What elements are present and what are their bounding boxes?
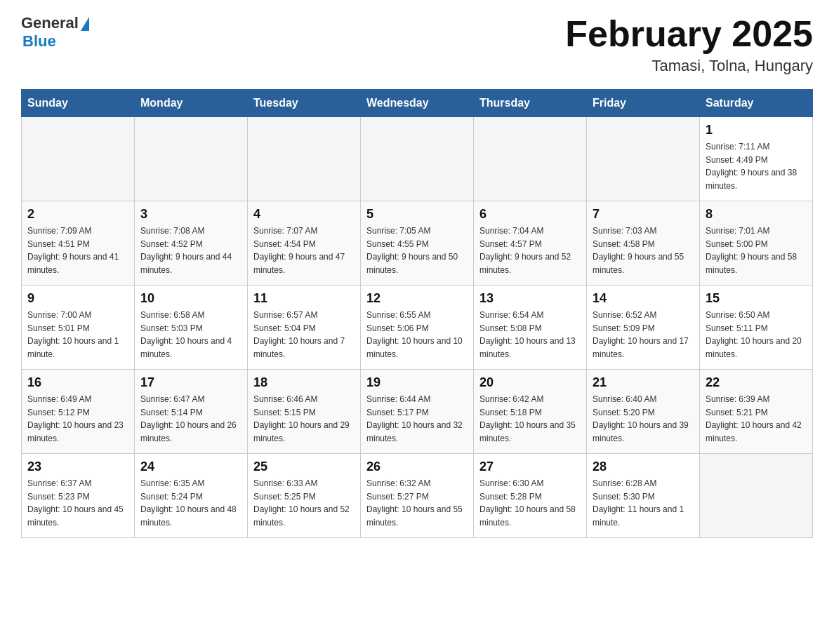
- day-number: 7: [593, 207, 694, 222]
- calendar-cell: 1Sunrise: 7:11 AM Sunset: 4:49 PM Daylig…: [700, 117, 813, 201]
- day-number: 11: [253, 291, 355, 306]
- calendar-cell: 6Sunrise: 7:04 AM Sunset: 4:57 PM Daylig…: [474, 201, 587, 286]
- day-of-week-header: Sunday: [22, 90, 135, 117]
- day-number: 16: [27, 375, 128, 390]
- day-sun-info: Sunrise: 6:35 AM Sunset: 5:24 PM Dayligh…: [140, 477, 241, 529]
- day-of-week-header: Tuesday: [248, 90, 361, 117]
- day-number: 20: [479, 375, 581, 390]
- day-sun-info: Sunrise: 6:57 AM Sunset: 5:04 PM Dayligh…: [253, 309, 355, 361]
- day-sun-info: Sunrise: 6:58 AM Sunset: 5:03 PM Dayligh…: [140, 309, 241, 361]
- calendar-cell: 16Sunrise: 6:49 AM Sunset: 5:12 PM Dayli…: [22, 370, 135, 454]
- day-number: 2: [27, 207, 128, 222]
- day-number: 6: [479, 207, 581, 222]
- calendar-week-row: 16Sunrise: 6:49 AM Sunset: 5:12 PM Dayli…: [22, 370, 813, 454]
- calendar-cell: 17Sunrise: 6:47 AM Sunset: 5:14 PM Dayli…: [135, 370, 248, 454]
- day-of-week-header: Friday: [587, 90, 700, 117]
- day-sun-info: Sunrise: 6:28 AM Sunset: 5:30 PM Dayligh…: [593, 477, 694, 529]
- calendar-cell: 2Sunrise: 7:09 AM Sunset: 4:51 PM Daylig…: [22, 201, 135, 286]
- day-sun-info: Sunrise: 6:55 AM Sunset: 5:06 PM Dayligh…: [366, 309, 468, 361]
- day-sun-info: Sunrise: 6:37 AM Sunset: 5:23 PM Dayligh…: [27, 477, 128, 529]
- day-number: 1: [706, 123, 807, 137]
- logo: General Blue: [21, 14, 89, 51]
- calendar-cell: 24Sunrise: 6:35 AM Sunset: 5:24 PM Dayli…: [135, 454, 248, 538]
- calendar-week-row: 9Sunrise: 7:00 AM Sunset: 5:01 PM Daylig…: [22, 286, 813, 370]
- day-sun-info: Sunrise: 7:01 AM Sunset: 5:00 PM Dayligh…: [706, 224, 807, 276]
- day-number: 21: [593, 375, 694, 390]
- day-sun-info: Sunrise: 6:49 AM Sunset: 5:12 PM Dayligh…: [27, 393, 128, 445]
- day-number: 12: [366, 291, 468, 306]
- day-sun-info: Sunrise: 6:50 AM Sunset: 5:11 PM Dayligh…: [706, 309, 807, 361]
- calendar-week-row: 1Sunrise: 7:11 AM Sunset: 4:49 PM Daylig…: [22, 117, 813, 201]
- day-number: 13: [479, 291, 581, 306]
- calendar-cell: 28Sunrise: 6:28 AM Sunset: 5:30 PM Dayli…: [587, 454, 700, 538]
- day-sun-info: Sunrise: 6:46 AM Sunset: 5:15 PM Dayligh…: [253, 393, 355, 445]
- day-number: 9: [27, 291, 128, 306]
- day-sun-info: Sunrise: 6:42 AM Sunset: 5:18 PM Dayligh…: [479, 393, 581, 445]
- day-sun-info: Sunrise: 6:54 AM Sunset: 5:08 PM Dayligh…: [479, 309, 581, 361]
- day-number: 28: [593, 459, 694, 474]
- calendar-cell: 8Sunrise: 7:01 AM Sunset: 5:00 PM Daylig…: [700, 201, 813, 286]
- calendar-cell: 21Sunrise: 6:40 AM Sunset: 5:20 PM Dayli…: [587, 370, 700, 454]
- day-sun-info: Sunrise: 7:11 AM Sunset: 4:49 PM Dayligh…: [706, 140, 807, 192]
- day-sun-info: Sunrise: 6:52 AM Sunset: 5:09 PM Dayligh…: [593, 309, 694, 361]
- day-sun-info: Sunrise: 7:09 AM Sunset: 4:51 PM Dayligh…: [27, 224, 128, 276]
- day-sun-info: Sunrise: 7:08 AM Sunset: 4:52 PM Dayligh…: [140, 224, 241, 276]
- day-number: 8: [706, 207, 807, 222]
- calendar-cell: 4Sunrise: 7:07 AM Sunset: 4:54 PM Daylig…: [248, 201, 361, 286]
- location-text: Tamasi, Tolna, Hungary: [565, 57, 813, 75]
- calendar-cell: [474, 117, 587, 201]
- day-sun-info: Sunrise: 7:04 AM Sunset: 4:57 PM Dayligh…: [479, 224, 581, 276]
- logo-general-text: General: [21, 14, 79, 32]
- calendar-cell: 26Sunrise: 6:32 AM Sunset: 5:27 PM Dayli…: [361, 454, 474, 538]
- day-number: 24: [140, 459, 241, 474]
- logo-triangle-icon: [81, 17, 89, 31]
- calendar-cell: 5Sunrise: 7:05 AM Sunset: 4:55 PM Daylig…: [361, 201, 474, 286]
- day-sun-info: Sunrise: 7:03 AM Sunset: 4:58 PM Dayligh…: [593, 224, 694, 276]
- calendar-cell: 15Sunrise: 6:50 AM Sunset: 5:11 PM Dayli…: [700, 286, 813, 370]
- calendar-cell: [135, 117, 248, 201]
- day-number: 14: [593, 291, 694, 306]
- day-sun-info: Sunrise: 7:00 AM Sunset: 5:01 PM Dayligh…: [27, 309, 128, 361]
- day-number: 4: [253, 207, 355, 222]
- calendar-cell: [700, 454, 813, 538]
- day-number: 27: [479, 459, 581, 474]
- calendar-cell: 19Sunrise: 6:44 AM Sunset: 5:17 PM Dayli…: [361, 370, 474, 454]
- calendar-cell: 25Sunrise: 6:33 AM Sunset: 5:25 PM Dayli…: [248, 454, 361, 538]
- day-sun-info: Sunrise: 6:40 AM Sunset: 5:20 PM Dayligh…: [593, 393, 694, 445]
- day-sun-info: Sunrise: 6:44 AM Sunset: 5:17 PM Dayligh…: [366, 393, 468, 445]
- title-block: February 2025 Tamasi, Tolna, Hungary: [565, 14, 813, 75]
- page-header: General Blue February 2025 Tamasi, Tolna…: [21, 14, 813, 75]
- calendar-cell: 7Sunrise: 7:03 AM Sunset: 4:58 PM Daylig…: [587, 201, 700, 286]
- day-of-week-header: Monday: [135, 90, 248, 117]
- day-sun-info: Sunrise: 6:39 AM Sunset: 5:21 PM Dayligh…: [706, 393, 807, 445]
- calendar-cell: 20Sunrise: 6:42 AM Sunset: 5:18 PM Dayli…: [474, 370, 587, 454]
- day-of-week-header: Wednesday: [361, 90, 474, 117]
- day-number: 26: [366, 459, 468, 474]
- calendar-cell: 23Sunrise: 6:37 AM Sunset: 5:23 PM Dayli…: [22, 454, 135, 538]
- calendar-cell: 22Sunrise: 6:39 AM Sunset: 5:21 PM Dayli…: [700, 370, 813, 454]
- day-number: 19: [366, 375, 468, 390]
- calendar-table: SundayMondayTuesdayWednesdayThursdayFrid…: [21, 89, 813, 538]
- day-number: 18: [253, 375, 355, 390]
- day-number: 10: [140, 291, 241, 306]
- calendar-header-row: SundayMondayTuesdayWednesdayThursdayFrid…: [22, 90, 813, 117]
- calendar-cell: 18Sunrise: 6:46 AM Sunset: 5:15 PM Dayli…: [248, 370, 361, 454]
- calendar-cell: 10Sunrise: 6:58 AM Sunset: 5:03 PM Dayli…: [135, 286, 248, 370]
- calendar-cell: [248, 117, 361, 201]
- day-sun-info: Sunrise: 6:32 AM Sunset: 5:27 PM Dayligh…: [366, 477, 468, 529]
- calendar-cell: [22, 117, 135, 201]
- calendar-cell: 13Sunrise: 6:54 AM Sunset: 5:08 PM Dayli…: [474, 286, 587, 370]
- calendar-cell: 27Sunrise: 6:30 AM Sunset: 5:28 PM Dayli…: [474, 454, 587, 538]
- calendar-cell: 3Sunrise: 7:08 AM Sunset: 4:52 PM Daylig…: [135, 201, 248, 286]
- day-number: 22: [706, 375, 807, 390]
- day-sun-info: Sunrise: 6:30 AM Sunset: 5:28 PM Dayligh…: [479, 477, 581, 529]
- calendar-cell: 14Sunrise: 6:52 AM Sunset: 5:09 PM Dayli…: [587, 286, 700, 370]
- day-sun-info: Sunrise: 6:47 AM Sunset: 5:14 PM Dayligh…: [140, 393, 241, 445]
- day-number: 17: [140, 375, 241, 390]
- calendar-week-row: 2Sunrise: 7:09 AM Sunset: 4:51 PM Daylig…: [22, 201, 813, 286]
- calendar-cell: [361, 117, 474, 201]
- calendar-cell: 11Sunrise: 6:57 AM Sunset: 5:04 PM Dayli…: [248, 286, 361, 370]
- day-sun-info: Sunrise: 6:33 AM Sunset: 5:25 PM Dayligh…: [253, 477, 355, 529]
- day-number: 15: [706, 291, 807, 306]
- day-number: 25: [253, 459, 355, 474]
